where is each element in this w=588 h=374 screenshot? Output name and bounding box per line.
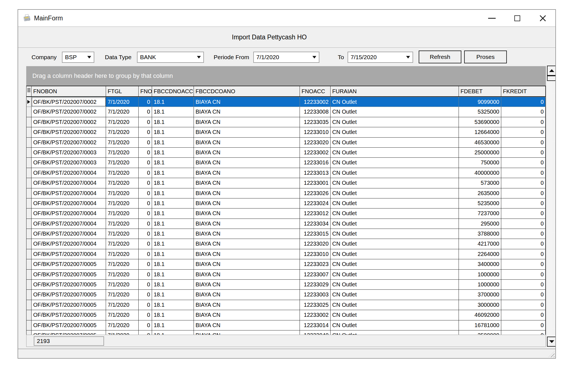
grid-cell-FKREDIT[interactable]: 0 [501,290,546,299]
grid-cell-FBCCDNOACC[interactable]: 18.1 [152,229,194,239]
grid-cell-FBCCDCOANO[interactable]: BIAYA CN [194,188,300,198]
grid-cell-FKREDIT[interactable]: 0 [501,97,546,107]
grid-cell-FNOACC[interactable]: 12233013 [300,168,331,178]
grid-cell-FBCCDCOANO[interactable]: BIAYA CN [194,138,300,147]
grid-cell-FTGL[interactable]: 7/1/2020 [106,148,139,157]
grid-cell-FURAIAN[interactable]: CN Outlet [331,280,459,289]
grid-cell-FBCCDNOACC[interactable]: 18.1 [152,107,194,117]
table-row[interactable]: OF/BK/PST/202007/00027/1/2020018.1BIAYA … [26,138,546,148]
grid-cell-FBCCDCOANO[interactable]: BIAYA CN [194,259,300,269]
table-row[interactable]: OF/BK/PST/202007/00057/1/2020018.1BIAYA … [26,330,546,335]
grid-cell-FBCCDNOACC[interactable]: 18.1 [152,198,194,208]
grid-cell-FNOBON[interactable]: OF/BK/PST/202007/0003 [32,148,106,157]
grid-cell-FNOBON[interactable]: OF/BK/PST/202007/0002 [32,138,106,147]
grid-cell-FURAIAN[interactable]: CN Outlet [331,300,459,310]
grid-cell-FDEBET[interactable]: 3788000 [459,229,501,239]
grid-cell-FURAIAN[interactable]: CN Outlet [331,127,459,137]
grid-cell-FDEBET[interactable]: 573000 [459,178,501,188]
table-row[interactable]: OF/BK/PST/202007/00047/1/2020018.1BIAYA … [26,249,546,259]
grid-cell-FBCCDNOACC[interactable]: 18.1 [152,300,194,310]
grid-cell-FTGL[interactable]: 7/1/2020 [106,280,139,289]
grid-cell-FURAIAN[interactable]: CN Outlet [331,138,459,147]
grid-cell-FBCCDCOANO[interactable]: BIAYA CN [194,300,300,310]
grid-cell-FNOBON[interactable]: OF/BK/PST/202007/0005 [32,310,106,320]
grid-cell-FURAIAN[interactable]: CN Outlet [331,330,459,335]
grid-cell-FBCCDCOANO[interactable]: BIAYA CN [194,270,300,279]
grid-cell-FNOACC[interactable]: 12233023 [300,259,331,269]
grid-cell-FURAIAN[interactable]: CN Outlet [331,198,459,208]
grid-cell-FNO[interactable]: 0 [139,330,152,335]
grid-cell-FKREDIT[interactable]: 0 [501,280,546,289]
grid-cell-FBCCDNOACC[interactable]: 18.1 [152,259,194,269]
row-indicator[interactable] [26,239,32,249]
periode-from-select[interactable]: 7/1/2020 [253,52,319,63]
grid-cell-FBCCDNOACC[interactable]: 18.1 [152,249,194,259]
grid-cell-FKREDIT[interactable]: 0 [501,229,546,239]
grid-cell-FNOBON[interactable]: OF/BK/PST/202007/0004 [32,229,106,239]
row-indicator[interactable] [26,270,32,279]
grid-cell-FDEBET[interactable]: 750000 [459,158,501,167]
grid-cell-FKREDIT[interactable]: 0 [501,168,546,178]
column-header-FURAIAN[interactable]: FURAIAN [331,86,459,96]
row-indicator[interactable] [26,158,32,167]
grid-cell-FTGL[interactable]: 7/1/2020 [106,158,139,167]
grid-cell-FNO[interactable]: 0 [139,148,152,157]
grid-cell-FDEBET[interactable]: 3500000 [459,330,501,335]
grid-cell-FDEBET[interactable]: 46530000 [459,138,501,147]
grid-cell-FTGL[interactable]: 7/1/2020 [106,208,139,218]
grid-cell-FURAIAN[interactable]: CN Outlet [331,158,459,167]
grid-cell-FKREDIT[interactable]: 0 [501,259,546,269]
grid-cell-FDEBET[interactable]: 1000000 [459,280,501,289]
row-indicator[interactable] [26,320,32,330]
column-header-FKREDIT[interactable]: FKREDIT [501,86,546,96]
grid-cell-FDEBET[interactable]: 2264000 [459,249,501,259]
grid-cell-FTGL[interactable]: 7/1/2020 [106,188,139,198]
grid-cell-FTGL[interactable]: 7/1/2020 [106,320,139,330]
grid-cell-FDEBET[interactable]: 53690000 [459,117,501,127]
table-row[interactable]: OF/BK/PST/202007/00047/1/2020018.1BIAYA … [26,229,546,239]
grid-cell-FTGL[interactable]: 7/1/2020 [106,219,139,229]
grid-cell-FNOACC[interactable]: 12233016 [300,158,331,167]
grid-cell-FNO[interactable]: 0 [139,310,152,320]
grid-cell-FNO[interactable]: 0 [139,168,152,178]
grid-cell-FBCCDCOANO[interactable]: BIAYA CN [194,320,300,330]
grid-cell-FNO[interactable]: 0 [139,178,152,188]
grid-cell-FBCCDCOANO[interactable]: BIAYA CN [194,107,300,117]
column-header-FNO[interactable]: FNO [139,86,152,96]
grid-cell-FDEBET[interactable]: 5235000 [459,198,501,208]
grid-cell-FTGL[interactable]: 7/1/2020 [106,290,139,299]
row-indicator[interactable] [26,138,32,147]
grid-cell-FURAIAN[interactable]: CN Outlet [331,249,459,259]
row-indicator-current[interactable] [26,97,32,107]
grid-cell-FTGL[interactable]: 7/1/2020 [106,117,139,127]
grid-cell-FDEBET[interactable]: 40000000 [459,168,501,178]
row-indicator[interactable] [26,148,32,157]
grid-cell-FNO[interactable]: 0 [139,259,152,269]
grid-cell-FURAIAN[interactable]: CN Outlet [331,290,459,299]
grid-cell-FNOACC[interactable]: 12233008 [300,107,331,117]
vertical-scrollbar[interactable] [547,66,556,347]
grid-cell-FBCCDCOANO[interactable]: BIAYA CN [194,219,300,229]
grid-cell-FBCCDCOANO[interactable]: BIAYA CN [194,330,300,335]
grid-cell-FBCCDCOANO[interactable]: BIAYA CN [194,127,300,137]
grid-cell-FTGL[interactable]: 7/1/2020 [106,310,139,320]
grid-cell-FDEBET[interactable]: 5325000 [459,107,501,117]
grid-cell-FKREDIT[interactable]: 0 [501,320,546,330]
group-by-panel[interactable]: Drag a column header here to group by th… [26,66,546,86]
column-header-FBCCDNOACC[interactable]: FBCCDNOACC [152,86,194,96]
table-row[interactable]: OF/BK/PST/202007/00027/1/2020018.1BIAYA … [26,107,546,117]
grid-cell-FNO[interactable]: 0 [139,300,152,310]
grid-cell-FBCCDCOANO[interactable]: BIAYA CN [194,158,300,167]
grid-cell-FNO[interactable]: 0 [139,138,152,147]
grid-cell-FNO[interactable]: 0 [139,280,152,289]
grid-cell-FTGL[interactable]: 7/1/2020 [106,259,139,269]
grid-cell-FNOBON[interactable]: OF/BK/PST/202007/0004 [32,188,106,198]
table-row[interactable]: OF/BK/PST/202007/00057/1/2020018.1BIAYA … [26,300,546,310]
row-indicator[interactable] [26,330,32,335]
grid-cell-FBCCDCOANO[interactable]: BIAYA CN [194,208,300,218]
grid-cell-FBCCDNOACC[interactable]: 18.1 [152,290,194,299]
grid-cell-FBCCDNOACC[interactable]: 18.1 [152,330,194,335]
grid-cell-FKREDIT[interactable]: 0 [501,198,546,208]
grid-cell-FNO[interactable]: 0 [139,270,152,279]
grid-cell-FBCCDNOACC[interactable]: 18.1 [152,310,194,320]
